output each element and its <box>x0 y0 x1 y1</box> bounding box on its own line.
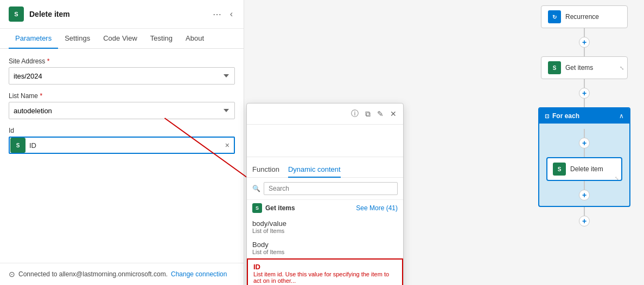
popup-search-bar: 🔍 <box>247 178 403 200</box>
popup-copy-button[interactable]: ⧉ <box>364 108 372 120</box>
flow-line-1 <box>584 28 585 37</box>
id-field-close-button[interactable]: × <box>221 141 234 150</box>
search-icon: 🔍 <box>252 185 260 192</box>
list-item-body-value-subtitle: List of Items <box>252 228 398 234</box>
delete-item-label: Delete item <box>570 165 603 173</box>
for-each-body: + S Delete item ⤡ + <box>539 124 629 206</box>
get-items-expand: ⤡ <box>620 65 624 71</box>
recurrence-icon: ↻ <box>548 10 561 23</box>
popup-search-input[interactable] <box>264 182 398 195</box>
for-each-container: ⊡ For each ∧ + <box>538 107 630 207</box>
tab-code-view[interactable]: Code View <box>97 29 144 49</box>
list-item-id[interactable]: ID List item id. Use this value for spec… <box>247 258 403 285</box>
recurrence-node[interactable]: ↻ Recurrence <box>541 5 628 28</box>
popup-list: S Get items See More (41) body/value Lis… <box>247 200 403 285</box>
connector-2: + <box>579 79 590 107</box>
tabs-bar: Parameters Settings Code View Testing Ab… <box>0 29 244 49</box>
panel-title: Delete item <box>29 10 211 18</box>
popup-close-button[interactable]: ✕ <box>389 108 398 119</box>
flow-diagram: ↻ Recurrence + S Get items ⤡ <box>535 5 633 226</box>
flow-line-2 <box>584 48 585 56</box>
list-name-group: List Name * autodeletion <box>9 92 235 119</box>
flow-line-inner-3 <box>584 181 585 190</box>
add-button-inner-1[interactable]: + <box>579 138 590 148</box>
list-item-id-subtitle: List item id. Use this value for specify… <box>253 271 397 284</box>
popup-textarea[interactable] <box>247 125 403 157</box>
for-each-collapse-button[interactable]: ∧ <box>619 112 624 120</box>
id-label: Id <box>9 127 235 134</box>
tab-about[interactable]: About <box>179 29 211 49</box>
site-address-group: Site Address * ites/2024 <box>9 57 235 85</box>
add-button-2[interactable]: + <box>579 88 590 99</box>
id-group: Id S ID × <box>9 127 235 154</box>
form-area: Site Address * ites/2024 List Name * aut… <box>0 49 244 263</box>
list-item-body-subtitle: List of Items <box>252 249 398 255</box>
id-field-chip-icon: S <box>10 138 25 153</box>
list-item-body-value-title: body/value <box>252 219 398 228</box>
list-name-label: List Name * <box>9 92 235 100</box>
panel-actions: ⋯ ‹ <box>211 8 235 21</box>
collapse-button[interactable]: ‹ <box>228 8 235 20</box>
change-connection-link[interactable]: Change connection <box>171 270 227 278</box>
tab-settings[interactable]: Settings <box>58 29 97 49</box>
popup-tab-dynamic-content[interactable]: Dynamic content <box>288 162 341 178</box>
left-panel: S Delete item ⋯ ‹ Parameters Settings Co… <box>0 0 244 285</box>
connector-inner-2: + <box>579 181 590 200</box>
list-name-select[interactable]: autodeletion <box>9 102 235 119</box>
popup-info-button[interactable]: ⓘ <box>350 108 360 120</box>
panel-header: S Delete item ⋯ ‹ <box>0 0 244 29</box>
connector-bottom: + <box>579 207 590 226</box>
see-more-link[interactable]: See More (41) <box>356 204 398 212</box>
list-item-id-title: ID <box>253 263 397 271</box>
flow-line-inner-1 <box>584 129 585 138</box>
flow-line-inner-2 <box>584 148 585 157</box>
popup-header: ⓘ ⧉ ✎ ✕ <box>247 103 403 125</box>
get-items-label: Get items <box>565 64 593 72</box>
list-item-body[interactable]: Body List of Items <box>247 237 403 258</box>
popup-tabs: Function Dynamic content <box>247 159 403 178</box>
dynamic-content-popup: ⓘ ⧉ ✎ ✕ Function Dynamic content 🔍 <box>246 103 404 285</box>
list-item-body-title: Body <box>252 241 398 249</box>
add-button-1[interactable]: + <box>579 37 590 48</box>
add-button-inner-2[interactable]: + <box>579 190 590 200</box>
panel-icon: S <box>9 7 24 22</box>
popup-tab-function[interactable]: Function <box>252 162 279 178</box>
connection-icon: ⊙ <box>9 270 15 278</box>
popup-section-title: S Get items <box>252 203 295 213</box>
popup-section-header: S Get items See More (41) <box>247 200 403 216</box>
tab-parameters[interactable]: Parameters <box>9 29 58 49</box>
tab-testing[interactable]: Testing <box>144 29 179 49</box>
id-field-chip-label: ID <box>26 141 221 150</box>
recurrence-label: Recurrence <box>565 13 599 21</box>
delete-item-icon: S <box>553 163 566 176</box>
site-address-label: Site Address * <box>9 57 235 65</box>
get-items-node[interactable]: S Get items ⤡ <box>541 56 628 79</box>
get-items-icon: S <box>548 61 561 74</box>
more-options-button[interactable]: ⋯ <box>211 8 224 21</box>
connector-1: + <box>579 28 590 56</box>
for-each-header[interactable]: ⊡ For each ∧ <box>539 108 629 124</box>
connection-text: Connected to allenx@lastmorning.onmicros… <box>18 270 168 278</box>
for-each-icon: ⊡ <box>545 113 549 119</box>
flow-line-3 <box>584 79 585 88</box>
for-each-title: ⊡ For each <box>545 112 579 120</box>
popup-edit-button[interactable]: ✎ <box>376 108 385 119</box>
flow-line-4 <box>584 99 585 107</box>
connector-inner-1: + <box>579 129 590 157</box>
list-item-body-value[interactable]: body/value List of Items <box>247 216 403 237</box>
flow-line-bottom-1 <box>584 207 585 216</box>
id-field-container[interactable]: S ID × <box>9 137 235 154</box>
delete-item-expand: ⤡ <box>615 176 619 181</box>
site-address-select[interactable]: ites/2024 <box>9 67 235 85</box>
delete-item-node[interactable]: S Delete item ⤡ <box>546 157 622 181</box>
get-items-section-icon: S <box>252 203 262 213</box>
connection-info: ⊙ Connected to allenx@lastmorning.onmicr… <box>0 263 244 285</box>
add-button-bottom[interactable]: + <box>579 216 590 226</box>
